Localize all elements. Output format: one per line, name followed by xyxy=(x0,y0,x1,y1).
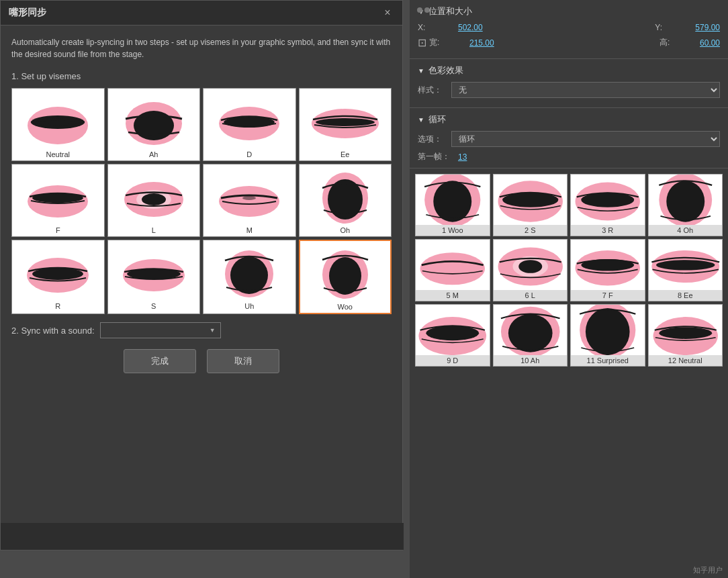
s-label: S xyxy=(108,301,200,312)
viseme-m[interactable]: M xyxy=(203,164,296,237)
link-icon: ⊡ xyxy=(418,36,426,49)
list-m-svg xyxy=(416,240,490,290)
description-text: Automatically create lip-syncing in two … xyxy=(11,36,392,60)
list-r-svg xyxy=(571,175,645,225)
watermark: 知乎用户 xyxy=(693,565,723,575)
dot2 xyxy=(424,7,430,13)
m-label: M xyxy=(203,225,295,236)
close-button[interactable]: × xyxy=(381,6,394,19)
list-label-m: 5 M xyxy=(416,290,490,301)
list-label-r: 3 R xyxy=(571,225,645,236)
right-panel: ▼ 位置和大小 X: 502.00 Y: 579.00 ⊡ 宽: 215.00 … xyxy=(410,0,728,578)
d-label: D xyxy=(203,149,295,160)
viseme-l[interactable]: L xyxy=(107,164,201,237)
loop-arrow-icon: ▼ xyxy=(418,116,424,124)
list-item-ee[interactable]: 8 Ee xyxy=(648,239,723,301)
list-item-neutral[interactable]: 12 Neutral xyxy=(648,304,723,367)
viseme-f[interactable]: F xyxy=(11,164,105,237)
list-item-ah[interactable]: 10 Ah xyxy=(493,304,568,367)
list-img-ee xyxy=(649,240,723,290)
list-label-surprised: 11 Surprised xyxy=(571,355,645,366)
oh-label: Oh xyxy=(300,225,392,236)
height-value[interactable]: 60.00 xyxy=(700,38,720,48)
sync-dropdown-wrapper xyxy=(100,322,221,338)
list-item-f[interactable]: 7 F xyxy=(570,239,645,301)
r-label: R xyxy=(12,301,104,312)
viseme-oh[interactable]: Oh xyxy=(299,164,392,237)
f-svg xyxy=(17,164,98,225)
sync-row: 2. Sync with a sound: xyxy=(11,322,392,338)
dialog-title: 嘴形同步 xyxy=(9,7,46,19)
viseme-s-img xyxy=(113,240,194,301)
confirm-button[interactable]: 完成 xyxy=(124,349,196,373)
list-neutral-svg xyxy=(649,305,723,355)
list-img-surprised xyxy=(571,305,645,355)
viseme-d-img xyxy=(209,89,289,149)
list-label-ah: 10 Ah xyxy=(494,355,567,366)
width-value[interactable]: 215.00 xyxy=(469,38,494,48)
sync-sound-dropdown[interactable] xyxy=(100,322,221,338)
list-label-d: 9 D xyxy=(416,355,490,366)
list-item-r[interactable]: 3 R xyxy=(570,174,645,236)
first-frame-value[interactable]: 13 xyxy=(458,152,467,162)
loop-select[interactable]: 循环 xyxy=(451,131,720,147)
dot1 xyxy=(417,7,422,13)
style-select[interactable]: 无 xyxy=(451,82,720,98)
list-item-oh[interactable]: 4 Oh xyxy=(648,174,723,236)
viseme-r[interactable]: R xyxy=(11,240,105,314)
m-svg xyxy=(209,164,289,225)
position-size-section: ▼ 位置和大小 X: 502.00 Y: 579.00 ⊡ 宽: 215.00 … xyxy=(410,0,728,59)
list-item-m[interactable]: 5 M xyxy=(415,239,490,301)
svg-point-1 xyxy=(31,115,85,129)
l-svg xyxy=(113,164,194,225)
viseme-ee[interactable]: Ee xyxy=(299,88,392,161)
color-effect-label: 色彩效果 xyxy=(428,64,463,77)
list-label-oh: 4 Oh xyxy=(649,225,723,236)
list-img-r xyxy=(571,175,645,225)
svg-point-26 xyxy=(433,181,471,222)
list-item-surprised[interactable]: 11 Surprised xyxy=(570,304,645,367)
loop-section: ▼ 循环 选项： 循环 第一帧： 13 xyxy=(410,108,728,168)
y-value[interactable]: 579.00 xyxy=(695,23,720,32)
x-value[interactable]: 502.00 xyxy=(458,23,483,32)
color-arrow-icon: ▼ xyxy=(418,67,424,75)
cancel-button[interactable]: 取消 xyxy=(207,349,279,373)
svg-point-42 xyxy=(426,326,479,340)
svg-point-48 xyxy=(659,327,712,339)
list-label-ee: 8 Ee xyxy=(649,290,723,301)
list-oh-svg xyxy=(649,175,723,225)
list-label-neutral: 12 Neutral xyxy=(649,355,723,366)
viseme-woo[interactable]: Woo xyxy=(299,240,392,314)
viseme-woo-img xyxy=(305,241,385,301)
sync-label: 2. Sync with a sound: xyxy=(11,326,95,336)
svg-point-7 xyxy=(316,118,375,126)
list-label-f: 7 F xyxy=(571,290,645,301)
loop-option-row: 选项： 循环 xyxy=(418,131,720,147)
first-frame-label: 第一帧： xyxy=(418,151,458,162)
loop-option-label: 选项： xyxy=(418,134,451,145)
r-svg xyxy=(17,240,98,301)
list-l-svg xyxy=(494,240,567,290)
list-item-l[interactable]: 6 L xyxy=(493,239,568,301)
viseme-uh[interactable]: Uh xyxy=(203,240,296,314)
svg-point-13 xyxy=(219,186,279,217)
viseme-uh-img xyxy=(209,240,289,301)
list-ah-svg xyxy=(494,305,567,355)
viseme-ee-img xyxy=(305,89,385,149)
style-label: 样式： xyxy=(418,85,451,96)
list-img-l xyxy=(494,240,567,290)
loop-header: ▼ 循环 xyxy=(418,113,720,126)
d-svg xyxy=(209,89,289,149)
viseme-d[interactable]: D xyxy=(203,88,296,161)
list-item-s[interactable]: 2 S xyxy=(493,174,568,236)
viseme-ah[interactable]: Ah xyxy=(107,88,201,161)
list-item-d[interactable]: 9 D xyxy=(415,304,490,367)
list-label-woo: 1 Woo xyxy=(416,225,490,236)
lip-sync-dialog: 嘴形同步 × Automatically create lip-syncing … xyxy=(0,0,403,550)
viseme-ah-img xyxy=(113,89,194,149)
viseme-list-grid: 1 Woo 2 S xyxy=(410,168,728,372)
viseme-neutral[interactable]: Neutral xyxy=(11,88,105,161)
style-row: 样式： 无 xyxy=(418,82,720,98)
list-item-woo[interactable]: 1 Woo xyxy=(415,174,490,236)
viseme-s[interactable]: S xyxy=(107,240,201,314)
